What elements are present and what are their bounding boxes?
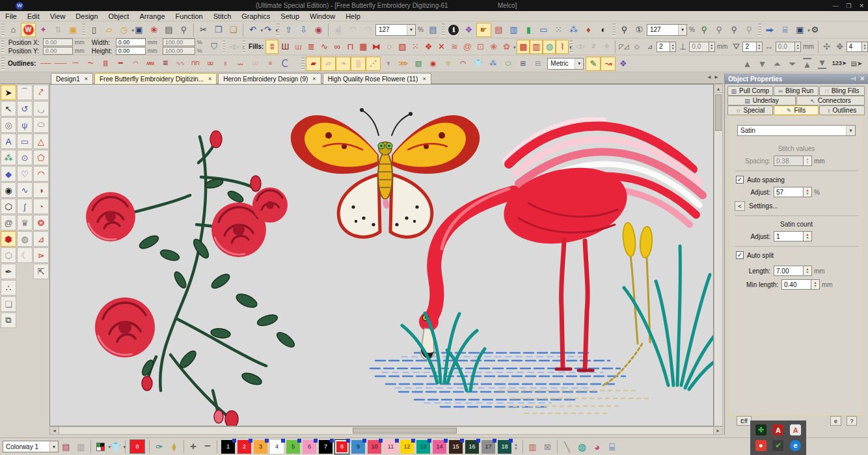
manual-stitch-tool[interactable]: ⤤ <box>33 85 49 100</box>
lasso-select-tool[interactable]: ↖ <box>1 101 16 117</box>
flip-diagonal-icon[interactable]: ◸◿ <box>617 40 631 54</box>
gray-hexagon-tool[interactable]: ⬡ <box>1 247 16 263</box>
save-to-machine-icon[interactable]: ▣ <box>793 23 807 37</box>
color-swatch[interactable]: 7 <box>319 440 332 454</box>
save-icon[interactable]: ▣ <box>131 23 146 37</box>
mirror-both-icon[interactable]: ✣ <box>600 40 613 54</box>
arc-digitize-tool[interactable]: ⌒ <box>17 85 33 100</box>
tab-free-butterfly[interactable]: Free Butterfly Embroidery Digitizin...× <box>94 73 217 84</box>
print-preview-icon[interactable]: ⚲ <box>176 23 191 37</box>
design-canvas[interactable] <box>49 84 714 426</box>
color-swatch[interactable]: 9 <box>351 440 365 454</box>
run-small-icon[interactable]: ʍʍ <box>142 57 157 71</box>
home-icon[interactable]: ⌂ <box>6 23 21 37</box>
menu-item[interactable]: Graphics <box>236 12 275 21</box>
tab-heron[interactable]: Heron Embroidery Design (9)× <box>218 73 321 84</box>
stipple-patch-icon[interactable]: ▒ <box>351 57 366 71</box>
toolbar-handle[interactable] <box>612 23 616 36</box>
thread-chart-icon[interactable]: ▥ <box>525 439 540 454</box>
help-button[interactable]: ? <box>847 416 857 426</box>
open-design-icon[interactable]: ▱ <box>102 23 116 37</box>
menu-item[interactable]: View <box>45 12 71 21</box>
star-points-icon[interactable]: ✣ <box>821 40 834 54</box>
paint-bucket-icon[interactable]: ⧫ <box>167 439 182 454</box>
list-view-icon[interactable]: ▤ <box>426 23 441 37</box>
close-icon[interactable]: × <box>422 76 426 82</box>
fill-wave-icon[interactable]: ∿ <box>318 40 331 54</box>
tab-fills[interactable]: ✎Fills <box>774 105 819 115</box>
star-count-spinner[interactable]: ▲▼ <box>862 42 868 52</box>
auto-spacing-checkbox[interactable]: ✓ <box>736 176 744 184</box>
collapse-button[interactable]: < <box>735 201 745 211</box>
move-down-color-icon[interactable]: ▼ <box>755 57 770 71</box>
menu-item[interactable]: Object <box>103 12 135 21</box>
color-swatch[interactable]: 12 <box>400 440 414 454</box>
fill-arc-icon[interactable]: ≋ <box>448 40 461 54</box>
leaf-outline-icon[interactable]: ❧ <box>336 57 351 71</box>
fill-coil-icon[interactable]: ∞ <box>331 40 344 54</box>
tab-outlines[interactable]: ≀Outlines <box>819 105 865 115</box>
cut-icon[interactable]: ✂ <box>196 23 211 37</box>
measure-pen-icon[interactable]: ✎ <box>586 57 601 71</box>
outline-dash-icon[interactable]: – – – <box>38 57 53 71</box>
fill-weave-icon[interactable]: ▦ <box>357 40 370 54</box>
color-film-icon[interactable]: ▥ <box>506 23 521 37</box>
fill-shading-icon[interactable]: ▨ <box>396 40 409 54</box>
count-field[interactable]: 1 <box>774 231 804 241</box>
rectangle-tool[interactable]: ▭ <box>17 133 33 149</box>
offset-spinner[interactable]: ▲▼ <box>709 42 715 52</box>
restore-button[interactable]: ❐ <box>846 3 851 9</box>
wing-right-icon[interactable]: ◠ <box>360 23 375 37</box>
move-to-top-icon[interactable]: ▲ <box>800 57 815 71</box>
ring-run-icon[interactable]: ◌◌ <box>247 57 262 71</box>
position-x-field[interactable]: 0.00 <box>43 38 73 46</box>
rotate-box-icon[interactable]: ◇ <box>631 40 644 54</box>
arc-down-tool[interactable]: ◡ <box>33 101 49 117</box>
fill-square-wave-icon[interactable]: ⊓ <box>344 40 357 54</box>
row-count-field[interactable]: 2 <box>742 42 756 52</box>
position-y-field[interactable]: 0.00 <box>43 47 73 55</box>
close-button[interactable]: ✕ <box>859 3 864 9</box>
outline-beads-icon[interactable]: ••• <box>113 57 128 71</box>
team-names-icon[interactable]: ⁂ <box>566 23 581 37</box>
tab-scroll-left-icon[interactable]: ◄ <box>707 74 712 80</box>
vertical-scroll-thumb[interactable] <box>715 94 722 131</box>
satin-patch-icon[interactable]: ▰ <box>306 57 321 71</box>
auto-split-checkbox[interactable]: ✓ <box>736 251 744 259</box>
fill-ring-icon[interactable]: ◌ <box>383 40 396 54</box>
gray-wheel-tool[interactable]: ◍ <box>17 231 33 247</box>
close-icon[interactable]: × <box>312 76 316 82</box>
color-swatch[interactable]: 1 <box>221 440 235 454</box>
thread-spool-icon[interactable]: ⌸ <box>604 439 619 454</box>
toolbar-handle[interactable] <box>82 23 85 36</box>
outline-dashdot-icon[interactable]: —·— <box>53 57 68 71</box>
chevron-down-icon[interactable]: ▾ <box>575 59 583 69</box>
grid-guides-icon[interactable]: ⊟ <box>530 57 545 71</box>
colorway-select[interactable]: Colorway 1 ▾ <box>3 441 59 452</box>
effects-button[interactable]: Eff <box>737 416 752 426</box>
toolbar-handle[interactable] <box>1 23 5 36</box>
shape-library-tool[interactable]: ♡ <box>17 166 33 182</box>
paste-icon[interactable]: ❏ <box>226 23 241 37</box>
crosshatch-fill-icon[interactable]: ▩ <box>517 40 530 54</box>
adjust-field[interactable]: 57 <box>774 187 804 197</box>
adjust-spinner[interactable]: ▲▼ <box>804 187 812 197</box>
length-field[interactable]: 7.00 <box>774 266 804 276</box>
canvas-horizontal-scrollbar[interactable]: ◄ ► <box>49 426 723 435</box>
stipple-fill-icon[interactable]: ▥ <box>530 40 543 54</box>
horizontal-scroll-thumb[interactable] <box>353 428 457 434</box>
office-app-icon[interactable]: A <box>790 424 801 435</box>
curved-fill-icon[interactable]: ⌇ <box>556 40 569 54</box>
toolbar-handle[interactable] <box>1 57 5 70</box>
fill-square-spiral-icon[interactable]: ⊡ <box>474 40 487 54</box>
run-bold-icon[interactable]: ʬʬ <box>157 57 172 71</box>
tab-design1[interactable]: Design1× <box>51 73 93 84</box>
shape-overlap-tool[interactable]: ⧉ <box>1 312 16 328</box>
dual-select-tool[interactable]: ⇱ <box>33 264 49 279</box>
color-swatch[interactable]: 11 <box>384 440 398 454</box>
repeat-count-spinner[interactable]: ▲▼ <box>670 42 676 52</box>
vertex-run-tool[interactable]: ⊿ <box>33 231 49 247</box>
length-spinner[interactable]: ▲▼ <box>804 266 812 276</box>
hexagon-walk-tool[interactable]: ⬡ <box>1 199 16 214</box>
upload-globe-icon[interactable]: ⇧ <box>281 23 296 37</box>
